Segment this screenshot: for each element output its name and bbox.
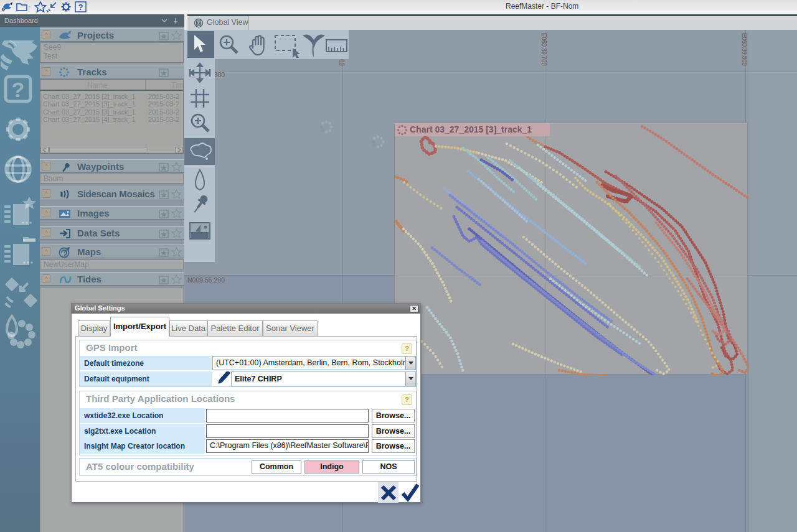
svg-text:?: ?: [78, 2, 83, 12]
svg-text:?: ?: [12, 78, 25, 101]
